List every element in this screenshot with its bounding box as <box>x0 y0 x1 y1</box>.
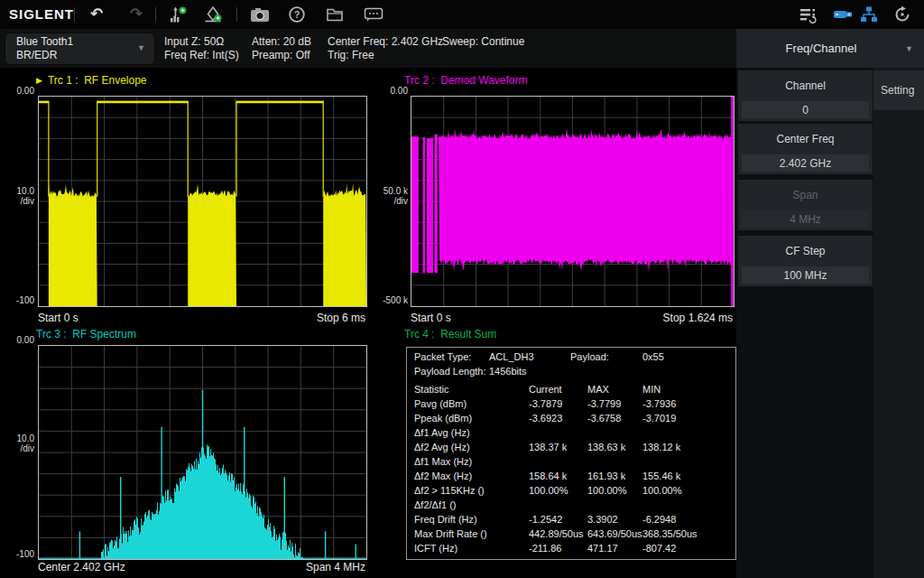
table-cell: Pavg (dBm) <box>414 398 467 409</box>
trc3-y-scale: 10.0 <box>0 434 34 443</box>
chevron-down-icon: ▼ <box>905 44 913 53</box>
table-cell: Δf2 Max (Hz) <box>414 471 472 481</box>
table-cell: 161.93 k <box>587 471 625 481</box>
sidebar-menu-title: Freq/Channel <box>736 29 906 68</box>
table-row: Δf2 > 115KHz ()100.00%100.00%100.00% <box>407 485 735 499</box>
svg-text:?: ? <box>294 9 300 20</box>
table-cell: 138.37 k <box>529 442 567 452</box>
table-cell: -1.2542 <box>529 514 562 525</box>
table-cell: Payload: <box>570 351 609 362</box>
table-row: ICFT (Hz)-211.86471.17-807.42 <box>407 543 735 557</box>
sidebar-button-value[interactable]: 2.402 GHz <box>742 154 869 172</box>
table-cell: Freq Drift (Hz) <box>414 514 477 525</box>
table-cell: Packet Type: <box>414 351 471 362</box>
sidebar: Freq/Channel ▼ Setting Channel0Center Fr… <box>736 29 924 578</box>
table-row: Freq Drift (Hz)-1.25423.3902-6.2948 <box>407 514 735 528</box>
marker-add-icon[interactable] <box>202 5 224 23</box>
table-cell: -3.7799 <box>587 398 621 409</box>
table-cell: 100.00% <box>587 485 626 496</box>
table-cell: 0x55 <box>642 351 664 362</box>
sidebar-button-label: Center Freq <box>738 124 873 154</box>
trc4-title[interactable]: Trc 4 : Result Sum <box>404 328 496 340</box>
table-cell: 155.46 k <box>642 471 680 481</box>
file-icon[interactable] <box>325 5 345 23</box>
table-cell: 100.00% <box>642 485 681 496</box>
toolbar: SIGLENT ↶ ↷ <box>0 0 924 30</box>
lan-icon[interactable] <box>859 5 879 23</box>
sidebar-tab-strip <box>873 68 924 578</box>
table-cell: -3.7879 <box>529 398 562 409</box>
undo-icon[interactable]: ↶ <box>85 5 108 23</box>
table-cell: -6.2948 <box>642 514 676 525</box>
table-cell: Δf2 > 115KHz () <box>414 485 485 496</box>
table-cell: 138.63 k <box>587 442 625 452</box>
trc3-x-center: Center 2.402 GHz <box>38 561 125 573</box>
trc2-y-scale-unit: /div <box>367 196 408 206</box>
trc2-title[interactable]: Trc 2 : Demod Waveform <box>404 74 527 87</box>
table-cell: Δf1 Avg (Hz) <box>414 427 470 438</box>
table-row: Δf1 Max (Hz) <box>407 456 735 471</box>
table-cell: -3.6923 <box>529 413 562 424</box>
table-cell: Ppeak (dBm) <box>414 413 472 424</box>
table-row: Pavg (dBm)-3.7879-3.7799-3.7936 <box>407 398 735 413</box>
divider <box>155 7 156 22</box>
table-row: Δf1 Avg (Hz) <box>407 427 735 442</box>
table-row: Ppeak (dBm)-3.6923-3.6758-3.7019 <box>407 413 735 427</box>
measure-mode-dropdown[interactable]: Blue Tooth1 BR/EDR ▼ <box>5 33 155 65</box>
trc1-x-stop: Stop 6 ms <box>230 312 365 324</box>
sidebar-button-center-freq[interactable]: Center Freq2.402 GHz <box>738 124 873 174</box>
screen-list-icon[interactable] <box>798 5 819 23</box>
sidebar-button-value[interactable]: 100 MHz <box>742 266 869 284</box>
siglent-logo: SIGLENT <box>9 6 74 22</box>
trc3-title[interactable]: Trc 3 : RF Spectrum <box>36 328 136 340</box>
sidebar-button-value[interactable]: 0 <box>742 101 869 118</box>
help-icon[interactable]: ? <box>287 5 307 23</box>
divider <box>236 7 237 22</box>
trc2-x-start: Start 0 s <box>411 312 451 324</box>
trc2-plot <box>411 96 735 307</box>
preset-icon[interactable] <box>892 5 913 23</box>
usb-icon[interactable] <box>832 5 855 23</box>
tab-setting[interactable]: Setting <box>873 70 924 110</box>
table-cell: Statistic <box>414 384 449 395</box>
table-cell: -211.86 <box>529 543 562 554</box>
table-row: Packet Type:ACL_DH3Payload:0x55 <box>407 351 735 366</box>
table-cell: 100.00% <box>529 485 568 496</box>
sidebar-button-span: Span4 MHz <box>738 180 873 230</box>
table-row: StatisticCurrentMAXMIN <box>407 384 735 398</box>
trc1-y-ref: 0.00 <box>0 86 34 96</box>
peak-table-icon[interactable] <box>168 5 188 23</box>
table-cell: 1456bits <box>489 366 527 377</box>
table-row: Δf2 Avg (Hz)138.37 k138.63 k138.12 k <box>407 442 735 456</box>
table-cell: 3.3902 <box>587 514 618 525</box>
sidebar-button-cf-step[interactable]: CF Step100 MHz <box>738 236 873 286</box>
sidebar-menu-header[interactable]: Freq/Channel ▼ <box>736 29 924 68</box>
message-icon[interactable] <box>363 5 384 23</box>
trc2-y-min: -500 k <box>367 295 408 305</box>
table-cell: Payload Length: <box>414 366 486 377</box>
table-cell: -3.7019 <box>642 413 676 424</box>
divider <box>74 7 75 22</box>
table-cell: 442.89/50us <box>529 528 584 539</box>
sidebar-button-channel[interactable]: Channel0 <box>738 70 873 121</box>
header-info-group: Input Z: 50ΩFreq Ref: Int(S) <box>164 35 239 62</box>
spectrum-analyzer-app: SIGLENT ↶ ↷ <box>0 0 924 578</box>
table-row: Payload Length:1456bits <box>407 366 735 380</box>
table-row: Max Drift Rate ()442.89/50us643.69/50us3… <box>407 528 735 543</box>
sidebar-button-label: Channel <box>738 70 873 101</box>
table-cell: 368.35/50us <box>642 528 698 539</box>
trc1-title[interactable]: ▶ Trc 1 : RF Envelope <box>36 74 147 87</box>
trc3-x-span: Span 4 MHz <box>230 561 365 573</box>
table-cell: 471.17 <box>587 543 618 554</box>
trc1-y-scale: 10.0 <box>0 186 34 196</box>
trc2-x-stop: Stop 1.624 ms <box>579 312 733 324</box>
result-summary-table: Packet Type:ACL_DH3Payload:0x55Payload L… <box>406 347 736 560</box>
table-cell: -3.6758 <box>587 413 621 424</box>
trc3-y-ref: 0.00 <box>0 335 34 345</box>
sidebar-button-value: 4 MHz <box>742 210 869 228</box>
table-cell: -807.42 <box>642 543 676 554</box>
table-cell: Δf2 Avg (Hz) <box>414 442 470 452</box>
table-cell: 138.12 k <box>642 442 680 452</box>
sidebar-button-label: CF Step <box>738 236 873 266</box>
screenshot-icon[interactable] <box>249 5 271 23</box>
